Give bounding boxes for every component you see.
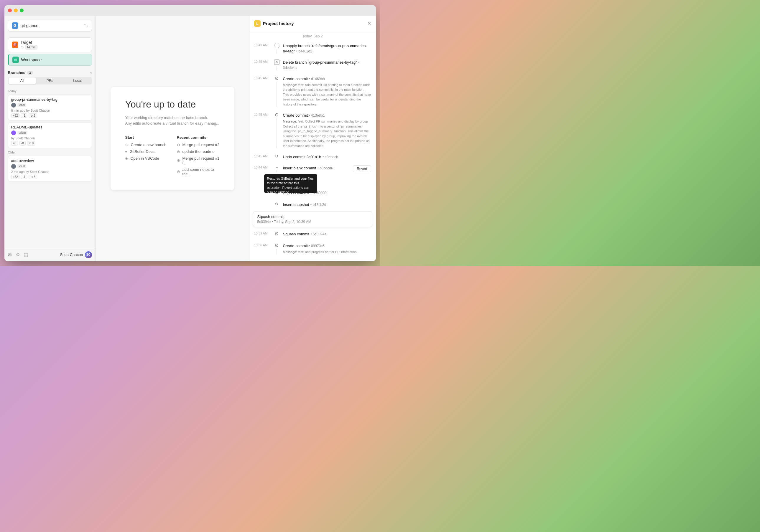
branch-tag-local2: local — [18, 164, 26, 168]
connector-4 — [276, 118, 277, 148]
docs-icon: ≡ — [125, 149, 128, 154]
commit-icon-3: ⊙ — [177, 158, 180, 162]
mail-icon[interactable]: ✉ — [8, 252, 12, 257]
repo-icon: G — [12, 22, 18, 29]
history-close-icon[interactable]: ✕ — [367, 21, 371, 26]
recent-commits-label: Recent commits — [177, 135, 220, 140]
traffic-lights — [8, 9, 24, 12]
up-to-date-title: You're up to date — [125, 99, 220, 110]
commit-icon-h1: ⊙ — [275, 76, 279, 81]
create-branch-action[interactable]: ⊕ Create a new branch — [125, 143, 168, 147]
history-item-commit1: 10:45 AM ⊙ Create commit • d1469bb Messa… — [249, 73, 376, 110]
vscode-label: Open in VSCode — [131, 156, 160, 160]
branch-stats-group-pr: +52 -1 ⊙ 3 — [11, 113, 89, 118]
footer-user: Scott Chacon SC — [60, 251, 92, 258]
stat-minus-readme: -0 — [20, 141, 25, 146]
branch-author-group-pr: 8 min ago by Scott Chacon — [11, 109, 89, 112]
stat-plus-ao: +52 — [11, 175, 20, 179]
branch-stats-add-overview: +52 -1 ⊙ 3 — [11, 175, 89, 179]
stack-item-workspace[interactable]: ⊞ Workspace — [8, 54, 92, 66]
connector-1 — [276, 50, 277, 54]
history-time-4: 10:45 AM — [254, 112, 271, 148]
recent-commit-3[interactable]: ⊙ Merge pull request #1 f... — [177, 156, 220, 165]
revert-button[interactable]: Revert — [353, 165, 371, 172]
recent-commit-4[interactable]: ⊙ add some notes to the... — [177, 167, 220, 176]
branches-search-icon[interactable]: ⌕ — [90, 70, 92, 75]
tooltip-text: Restores GitButler and your files to the… — [267, 177, 314, 194]
commit-label-4: add some notes to the... — [182, 167, 220, 176]
branch-avatar-local — [11, 103, 16, 108]
commit-label-1: Merge pull request #2 — [182, 143, 220, 147]
target-icon: 🎯 — [12, 42, 18, 48]
history-item-commit2: 10:45 AM ⊙ Create commit • 413e8b1 Messa… — [249, 110, 376, 151]
history-item-delete: 10:49 AM ✕ Delete branch "group-pr-summa… — [249, 57, 376, 73]
branch-item-add-overview[interactable]: add-overview local 2 mo ago by Scott Cha… — [8, 156, 92, 182]
branches-header: Branches 3 ⌕ — [4, 68, 96, 77]
commit3-msg: Message: feat: add progress bar for PR i… — [283, 249, 371, 254]
history-icon-col-1 — [273, 43, 280, 54]
target-info: Target ⏱ 14 min — [21, 40, 88, 50]
commit-icon-2: ⊙ — [177, 149, 180, 154]
connector-6 — [276, 170, 277, 172]
branches-list: Today group-pr-summaries-by-tag local 8 … — [4, 87, 96, 248]
recent-commit-1[interactable]: ⊙ Merge pull request #2 — [177, 143, 220, 147]
filter-local[interactable]: Local — [64, 77, 91, 84]
unapply-icon — [274, 43, 279, 48]
close-button[interactable] — [8, 9, 12, 12]
filter-prs[interactable]: PRs — [36, 77, 64, 84]
branch-item-group-pr[interactable]: group-pr-summaries-by-tag local 8 min ag… — [8, 95, 92, 120]
history-content-9: Squash commit • 5c0394e — [283, 231, 371, 237]
recent-commit-2[interactable]: ⊙ update the readme — [177, 149, 220, 154]
history-content-5: Undo commit 3c01a1b • e3cbecb — [283, 154, 371, 159]
undo-op: Undo commit 3c01a1b — [283, 155, 321, 159]
branch-meta-add-overview: local — [11, 164, 89, 169]
stat-plus-readme: +0 — [11, 141, 18, 146]
branch-author-add-overview: 2 mo ago by Scott Chacon — [11, 170, 89, 173]
revert-tooltip: Restores GitButler and your files to the… — [264, 174, 317, 193]
stat-commits-ao: ⊙ 3 — [28, 175, 37, 179]
target-name: Target — [21, 40, 88, 45]
main-area: You're up to date Your working directory… — [96, 16, 249, 261]
vscode-action[interactable]: ◈ Open in VSCode — [125, 156, 168, 160]
history-icon-col-3: ⊙ — [273, 76, 280, 107]
sidebar-footer: ✉ ⚙ ⬚ Scott Chacon SC — [4, 248, 96, 261]
branch-item-readme[interactable]: README-updates origin by Scott Chacon +0… — [8, 122, 92, 148]
settings-icon[interactable]: ⚙ — [16, 252, 20, 257]
snapshot-hash: • b13cb2d — [310, 203, 326, 207]
minimize-button[interactable] — [14, 9, 18, 12]
history-content-2: Delete branch "group-pr-summaries-by-tag… — [283, 60, 371, 70]
history-icon-col-2: ✕ — [273, 60, 280, 70]
section-older-label: Older — [8, 151, 92, 154]
stack-item-target[interactable]: 🎯 Target ⏱ 14 min — [8, 37, 92, 52]
unapply-op: Unapply branch "refs/heads/group-pr-summ… — [283, 44, 367, 53]
docs-action[interactable]: ≡ GitButler Docs — [125, 149, 168, 154]
history-content-8: Insert snapshot • b13cb2d — [283, 202, 371, 207]
repo-selector[interactable]: G git-glance ⌃↕ — [8, 20, 92, 31]
branch-name-add-overview: add-overview — [11, 158, 89, 163]
commit3-op: Create commit — [283, 244, 308, 248]
history-time-9: 10:39 AM — [254, 231, 271, 237]
user-name: Scott Chacon — [60, 252, 83, 257]
history-header: L Project history ✕ — [249, 16, 376, 31]
history-content-4: Create commit • 413e8b1 Message: feat: C… — [283, 112, 371, 148]
branch-name-readme: README-updates — [11, 125, 89, 129]
history-time-8 — [254, 202, 271, 207]
commit2-op: Create commit — [283, 113, 308, 117]
connector-8 — [276, 207, 277, 207]
filter-all[interactable]: All — [9, 77, 36, 84]
squash-commit-card[interactable]: Squash commit 5c0394e • Today, Sep 2, 10… — [253, 211, 372, 227]
start-col: Start ⊕ Create a new branch ≡ GitButler … — [125, 135, 168, 179]
connector-2 — [276, 66, 277, 70]
delete-op: Delete branch "group-pr-summaries-by-tag… — [283, 60, 357, 65]
maximize-button[interactable] — [20, 9, 24, 12]
branch-avatar-origin — [11, 130, 16, 135]
history-icon-box: L — [254, 20, 261, 27]
stat-minus-ao: -1 — [21, 175, 27, 179]
repo-name: git-glance — [21, 23, 39, 28]
clock-icon: ⏱ — [21, 45, 24, 49]
branch-meta-readme: origin — [11, 130, 89, 135]
terminal-icon[interactable]: ⬚ — [24, 252, 28, 257]
connector-10 — [276, 249, 277, 254]
create-branch-icon: ⊕ — [125, 143, 128, 147]
history-date: Today, Sep 2 — [249, 31, 376, 40]
